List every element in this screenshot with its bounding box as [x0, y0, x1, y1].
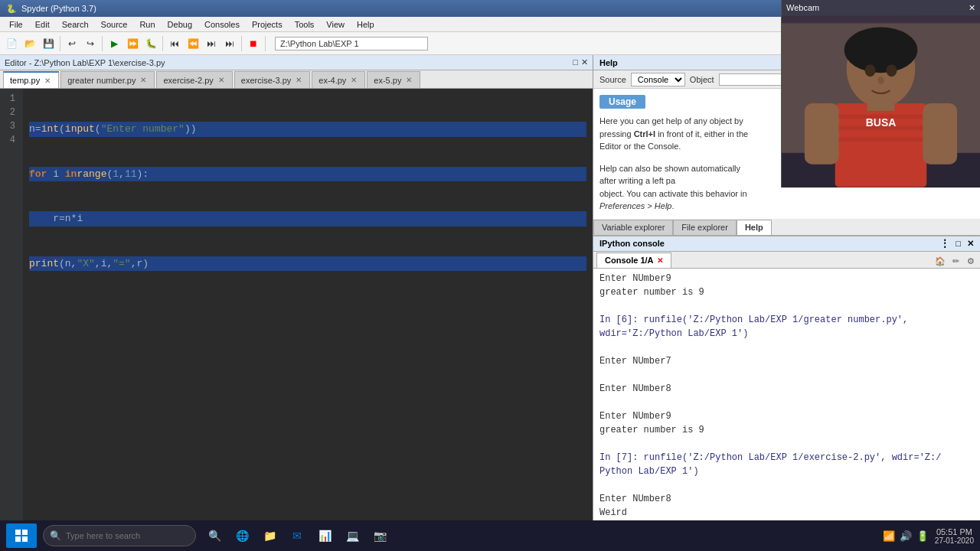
first-btn[interactable]: ⏮: [166, 35, 183, 52]
menu-source[interactable]: Source: [95, 18, 134, 31]
tab-exercise2[interactable]: exercise-2.py ✕: [156, 71, 232, 88]
menu-file[interactable]: File: [3, 18, 29, 31]
wifi-icon[interactable]: 📶: [883, 530, 895, 542]
console-tab-close[interactable]: ✕: [657, 256, 663, 265]
debug-btn[interactable]: 🐛: [142, 35, 159, 52]
new-file-btn[interactable]: 📄: [3, 35, 20, 52]
taskbar-edge-icon[interactable]: 🌐: [230, 523, 254, 548]
taskbar-left: 🔍 🔍 🌐 📁 ✉ 📊 💻 📷: [6, 523, 392, 548]
taskbar-app1-icon[interactable]: 📊: [312, 523, 337, 548]
title-bar-left: 🐍 Spyder (Python 3.7): [6, 4, 96, 14]
tab-close-ex4[interactable]: ✕: [349, 76, 358, 84]
sep1: [60, 36, 60, 51]
search-bar[interactable]: 🔍: [43, 525, 196, 546]
tab-close-ex2[interactable]: ✕: [217, 76, 226, 84]
console-icon-edit[interactable]: ✏: [949, 256, 962, 268]
search-input[interactable]: [66, 531, 173, 540]
svg-text:BUSA: BUSA: [866, 116, 897, 129]
console-close-btn[interactable]: ✕: [967, 239, 974, 249]
next-btn[interactable]: ⏭: [203, 35, 220, 52]
time-display: 05:51 PM: [936, 527, 972, 536]
tab-exercise3[interactable]: exercise-3.py ✕: [234, 71, 310, 88]
prev-btn[interactable]: ⏪: [185, 35, 201, 52]
taskbar-search-icon[interactable]: 🔍: [202, 523, 227, 548]
taskbar-app3-icon[interactable]: 📷: [368, 523, 392, 548]
svg-rect-3: [22, 536, 28, 542]
line-num-2: 2: [0, 106, 18, 119]
console-icon-home[interactable]: 🏠: [934, 256, 946, 268]
run-btn[interactable]: ▶: [106, 35, 122, 52]
source-select[interactable]: Console Editor: [631, 73, 685, 86]
console-tab-label: Console 1/A: [605, 256, 654, 265]
date-display: 27-01-2020: [935, 536, 974, 545]
tab-label: greater number.py: [67, 76, 136, 85]
editor-float-btn[interactable]: □: [573, 57, 578, 67]
console-icon-settings[interactable]: ⚙: [965, 256, 977, 268]
output-line-12: Weird: [599, 506, 974, 520]
code-line-4: print(n,"X",i,"=",r): [29, 256, 586, 272]
line-numbers: 1 2 3 4: [0, 89, 23, 520]
code-line-3: r=n*i: [29, 211, 586, 227]
menu-consoles[interactable]: Consoles: [198, 18, 246, 31]
tab-ex4[interactable]: ex-4.py ✕: [312, 71, 365, 88]
console-header: IPython console ⋮ □ ✕: [593, 236, 980, 252]
tab-label: exercise-2.py: [163, 76, 213, 85]
output-line-5: Enter NUmber7: [599, 354, 974, 368]
menu-help[interactable]: Help: [351, 18, 381, 31]
console-header-controls[interactable]: ⋮ □ ✕: [940, 238, 974, 249]
object-label: Object: [690, 75, 714, 84]
windows-icon: [15, 530, 28, 542]
tab-temp-py[interactable]: temp.py ✕: [3, 71, 59, 88]
taskbar-mail-icon[interactable]: ✉: [285, 523, 309, 548]
stop-btn[interactable]: ⏹: [245, 35, 262, 52]
tab-variable-explorer[interactable]: Variable explorer: [593, 220, 673, 235]
code-editor[interactable]: 1 2 3 4 n=int(input("Enter number")) for…: [0, 89, 593, 520]
run-cell-btn[interactable]: ⏩: [124, 35, 141, 52]
console-tab-1[interactable]: Console 1/A ✕: [596, 253, 671, 268]
menu-projects[interactable]: Projects: [246, 18, 289, 31]
webcam-close-btn[interactable]: ✕: [969, 3, 975, 13]
clock[interactable]: 05:51 PM 27-01-2020: [935, 527, 974, 545]
open-btn[interactable]: 📂: [21, 35, 38, 52]
output-blank-1: [599, 299, 974, 313]
console-float-btn[interactable]: □: [956, 239, 961, 248]
undo-btn[interactable]: ↩: [64, 35, 80, 52]
menu-debug[interactable]: Debug: [162, 18, 198, 31]
menu-tools[interactable]: Tools: [289, 18, 321, 31]
menu-view[interactable]: View: [320, 18, 351, 31]
taskbar-folder-icon[interactable]: 📁: [257, 523, 282, 548]
output-line-11: Enter NUmber8: [599, 492, 974, 506]
menu-edit[interactable]: Edit: [29, 18, 56, 31]
tab-close-greater[interactable]: ✕: [139, 76, 148, 84]
console-output[interactable]: Enter NUmber9 greater number is 9 In [6]…: [593, 269, 980, 550]
taskbar-app2-icon[interactable]: 💻: [340, 523, 364, 548]
console-options-icon[interactable]: ⋮: [940, 238, 949, 249]
tab-close-ex5[interactable]: ✕: [404, 76, 413, 84]
console-title: IPython console: [599, 239, 665, 248]
line-num-4: 4: [0, 133, 18, 147]
menu-search[interactable]: Search: [56, 18, 95, 31]
system-tray-icons[interactable]: 📶 🔊 🔋: [883, 530, 929, 542]
volume-icon[interactable]: 🔊: [900, 530, 912, 542]
console-icons[interactable]: 🏠 ✏ ⚙: [934, 256, 977, 268]
redo-btn[interactable]: ↪: [82, 35, 99, 52]
output-line-7: Enter NUmber9: [599, 409, 974, 423]
taskbar-pinned-icons: 🔍 🌐 📁 ✉ 📊 💻 📷: [202, 523, 392, 548]
tab-close-temp[interactable]: ✕: [43, 77, 52, 85]
tab-file-explorer[interactable]: File explorer: [673, 220, 737, 235]
tab-ex5[interactable]: ex-5.py ✕: [367, 71, 420, 88]
tab-greater-number[interactable]: greater number.py ✕: [60, 71, 155, 88]
editor-controls[interactable]: □ ✕: [573, 57, 588, 67]
tab-help[interactable]: Help: [737, 220, 772, 235]
editor-titlebar: Editor - Z:\Python Lab\EXP 1\exercise-3.…: [0, 55, 593, 70]
code-content[interactable]: n=int(input("Enter number")) for i in ra…: [23, 89, 593, 520]
svg-point-15: [865, 64, 876, 77]
menu-run[interactable]: Run: [133, 18, 161, 31]
save-btn[interactable]: 💾: [40, 35, 57, 52]
start-button[interactable]: [6, 523, 37, 548]
taskbar: 🔍 🔍 🌐 📁 ✉ 📊 💻 📷 📶 🔊 🔋 05:51 PM 27-01-202…: [0, 520, 980, 551]
battery-icon[interactable]: 🔋: [916, 530, 929, 542]
tab-close-ex3[interactable]: ✕: [294, 76, 303, 84]
editor-close-btn[interactable]: ✕: [581, 57, 588, 67]
last-btn[interactable]: ⏭: [221, 35, 238, 52]
